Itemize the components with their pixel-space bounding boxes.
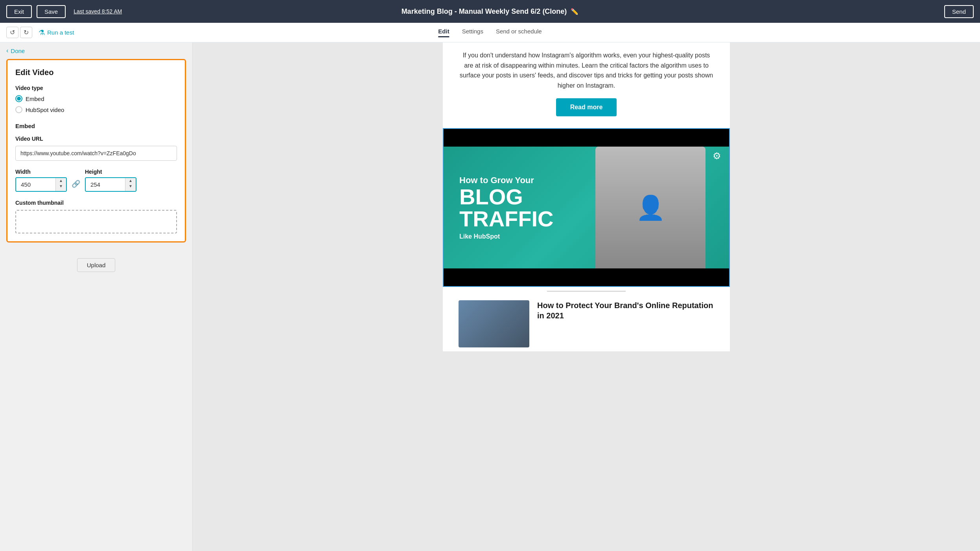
- radio-hubspot-video[interactable]: HubSpot video: [15, 106, 177, 113]
- right-panel: If you don't understand how Instagram's …: [193, 42, 980, 551]
- title-text: Marketing Blog - Manual Weekly Send 6/2 …: [402, 7, 567, 16]
- link-dimensions-icon: 🔗: [72, 180, 80, 188]
- chevron-left-icon: ‹: [6, 47, 8, 54]
- main-layout: ‹ Done Edit Video Video type Embed HubSp…: [0, 42, 980, 551]
- video-url-label: Video URL: [15, 136, 177, 142]
- run-test-label: Run a test: [47, 29, 74, 36]
- video-top-bar: [444, 129, 729, 147]
- width-group: Width ▲ ▼: [15, 169, 67, 192]
- video-blog-text: BLOG: [459, 186, 554, 208]
- edit-video-card: Edit Video Video type Embed HubSpot vide…: [6, 59, 186, 242]
- width-up-button[interactable]: ▲: [56, 178, 66, 184]
- top-bar: Exit Save Last saved 8:52 AM Marketing B…: [0, 0, 980, 23]
- redo-button[interactable]: ↻: [20, 27, 32, 38]
- save-button[interactable]: Save: [37, 5, 66, 18]
- next-article-image: [459, 300, 529, 347]
- video-type-label: Video type: [15, 85, 177, 91]
- next-article-title: How to Protect Your Brand's Online Reput…: [537, 300, 714, 321]
- upload-area: Upload: [0, 249, 192, 278]
- video-bottom-bar: [444, 268, 729, 286]
- embed-section-label: Embed: [15, 123, 177, 129]
- height-spinners: ▲ ▼: [125, 178, 136, 191]
- done-link[interactable]: ‹ Done: [0, 42, 192, 59]
- video-block[interactable]: How to Grow Your BLOG TRAFFIC Like HubSp…: [443, 128, 730, 287]
- run-test-icon: ⚗: [39, 28, 45, 37]
- tab-send-schedule[interactable]: Send or schedule: [496, 28, 542, 37]
- video-thumbnail: How to Grow Your BLOG TRAFFIC Like HubSp…: [444, 129, 729, 286]
- height-label: Height: [85, 169, 136, 175]
- video-person: 👤: [595, 147, 706, 268]
- person-image: 👤: [595, 147, 706, 268]
- radio-embed[interactable]: Embed: [15, 95, 177, 102]
- next-article-section: How to Protect Your Brand's Online Reput…: [443, 296, 730, 351]
- tab-settings[interactable]: Settings: [462, 28, 483, 37]
- width-label: Width: [15, 169, 67, 175]
- run-test-link[interactable]: ⚗ Run a test: [39, 28, 74, 37]
- height-input-wrap: ▲ ▼: [85, 177, 136, 192]
- video-url-input[interactable]: [15, 146, 177, 161]
- thumbnail-dropzone[interactable]: [15, 210, 177, 233]
- width-down-button[interactable]: ▼: [56, 184, 66, 189]
- edit-title-icon[interactable]: ✏️: [571, 8, 578, 15]
- undo-button[interactable]: ↺: [6, 27, 18, 38]
- hubspot-logo-icon: ⚙: [713, 151, 721, 162]
- radio-embed-circle[interactable]: [15, 95, 22, 102]
- video-content: How to Grow Your BLOG TRAFFIC Like HubSp…: [444, 147, 729, 268]
- last-saved[interactable]: Last saved 8:52 AM: [74, 8, 122, 15]
- preview-text-section: If you don't understand how Instagram's …: [443, 42, 730, 128]
- video-text-content: How to Grow Your BLOG TRAFFIC Like HubSp…: [459, 175, 554, 240]
- width-spinners: ▲ ▼: [55, 178, 66, 191]
- done-label: Done: [11, 48, 25, 54]
- height-up-button[interactable]: ▲: [125, 178, 136, 184]
- undo-redo-group: ↺ ↻: [6, 27, 32, 38]
- custom-thumbnail-label: Custom thumbnail: [15, 200, 177, 206]
- exit-button[interactable]: Exit: [6, 5, 32, 18]
- height-down-button[interactable]: ▼: [125, 184, 136, 189]
- dimensions-row: Width ▲ ▼ 🔗 Height ▲: [15, 169, 177, 192]
- email-preview: If you don't understand how Instagram's …: [443, 42, 730, 351]
- send-button[interactable]: Send: [944, 5, 974, 18]
- article-image-placeholder: [459, 300, 529, 347]
- nav-tabs: Edit Settings Send or schedule: [438, 28, 542, 37]
- divider: [547, 291, 626, 292]
- read-more-button[interactable]: Read more: [556, 98, 617, 116]
- height-input[interactable]: [86, 178, 125, 191]
- page-title: Marketing Blog - Manual Weekly Send 6/2 …: [402, 7, 579, 16]
- video-traffic-text: TRAFFIC: [459, 208, 554, 230]
- secondary-nav: ↺ ↻ ⚗ Run a test Edit Settings Send or s…: [0, 23, 980, 42]
- edit-video-title: Edit Video: [15, 68, 177, 77]
- width-input-wrap: ▲ ▼: [15, 177, 67, 192]
- radio-hubspot-label: HubSpot video: [26, 107, 64, 113]
- left-panel: ‹ Done Edit Video Video type Embed HubSp…: [0, 42, 193, 551]
- radio-embed-label: Embed: [26, 96, 44, 102]
- video-type-radio-group: Embed HubSpot video: [15, 95, 177, 113]
- video-like-text: Like HubSpot: [459, 233, 554, 240]
- width-input[interactable]: [16, 178, 55, 191]
- radio-hubspot-circle[interactable]: [15, 106, 22, 113]
- height-group: Height ▲ ▼: [85, 169, 136, 192]
- preview-paragraph: If you don't understand how Instagram's …: [459, 50, 714, 90]
- tab-edit[interactable]: Edit: [438, 28, 449, 37]
- upload-button[interactable]: Upload: [77, 258, 116, 272]
